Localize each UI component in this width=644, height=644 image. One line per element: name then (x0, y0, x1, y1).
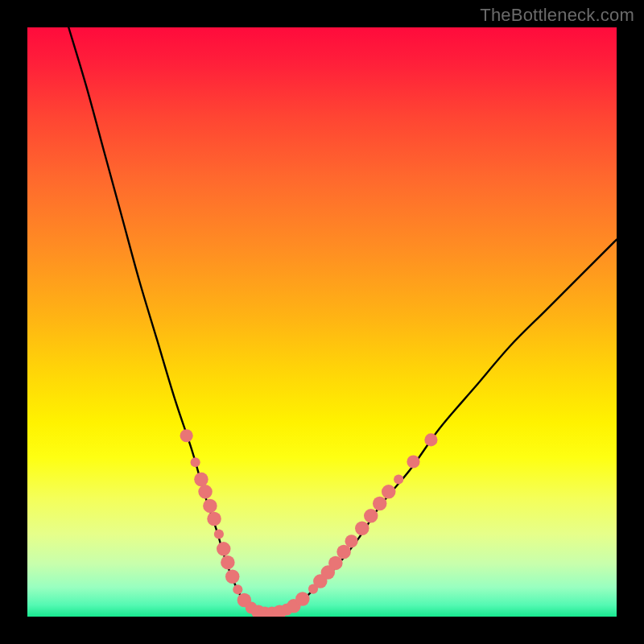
curve-marker (198, 485, 213, 499)
curve-marker (364, 509, 378, 523)
curve-marker (233, 584, 242, 594)
curve-markers (180, 429, 438, 617)
bottleneck-curve (68, 27, 617, 614)
watermark-text: TheBottleneck.com (480, 5, 634, 26)
chart-svg (27, 27, 617, 617)
curve-marker (328, 556, 343, 571)
curve-marker (214, 529, 224, 539)
curve-marker (203, 499, 217, 514)
curve-marker (194, 473, 208, 487)
plot-area (27, 27, 617, 617)
curve-marker (424, 433, 437, 446)
curve-marker (225, 569, 240, 584)
curve-marker (407, 455, 419, 468)
curve-marker (207, 512, 221, 526)
curve-marker (345, 535, 358, 547)
curve-marker (221, 555, 235, 570)
curve-marker (382, 485, 396, 499)
curve-marker (394, 474, 403, 484)
chart-frame: TheBottleneck.com (0, 0, 644, 644)
curve-marker (373, 497, 387, 511)
curve-marker (191, 457, 200, 467)
curve-marker (295, 592, 310, 606)
curve-marker (180, 429, 193, 442)
curve-marker (217, 542, 231, 556)
curve-marker (355, 521, 369, 535)
